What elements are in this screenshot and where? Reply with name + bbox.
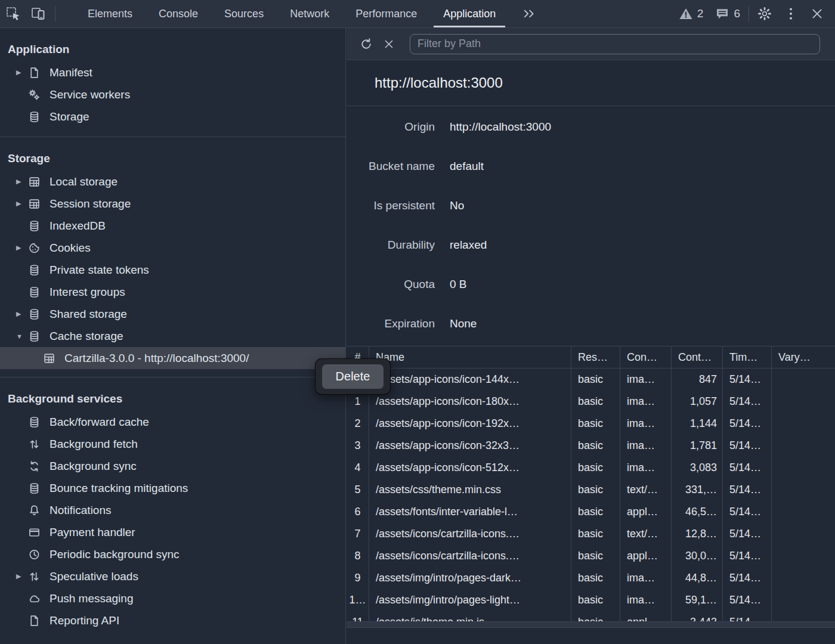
metadata-row: Is persistent No xyxy=(347,186,835,225)
section-storage: Storage ▶ Local storage ▶ Session storag… xyxy=(0,137,345,377)
cell-content-type: text/… xyxy=(620,523,672,545)
cell-response-type: basic xyxy=(571,479,620,501)
cookie-icon xyxy=(28,242,41,255)
tree-item-cache-cartzilla[interactable]: Cartzilla-3.0.0 - http://localhost:3000/ xyxy=(0,347,345,369)
column-header-name[interactable]: Name xyxy=(369,346,571,368)
tree-item-speculative-loads[interactable]: ▶ Speculative loads xyxy=(0,565,345,587)
more-tabs-button[interactable] xyxy=(509,0,549,27)
filter-by-path-input[interactable] xyxy=(410,34,820,54)
expander-collapsed-icon[interactable]: ▶ xyxy=(16,310,28,318)
database-icon xyxy=(28,308,41,321)
clear-filter-button[interactable] xyxy=(378,33,400,55)
table-icon xyxy=(28,197,41,210)
cell-index: 4 xyxy=(347,457,369,479)
cell-content-length: 3,083 xyxy=(672,457,723,479)
cell-index: 9 xyxy=(347,567,369,589)
cell-content-type: appl… xyxy=(620,545,672,567)
device-toolbar-button[interactable] xyxy=(26,0,52,27)
table-row[interactable]: 1 /assets/app-icons/icon-180x… basic ima… xyxy=(347,391,835,413)
cell-index: 8 xyxy=(347,545,369,567)
tree-item-notifications[interactable]: Notifications xyxy=(0,499,345,521)
metadata-label: Quota xyxy=(347,278,435,291)
tree-item-periodic-background-sync[interactable]: Periodic background sync xyxy=(0,543,345,565)
table-body: 0 /assets/app-icons/icon-144x… basic ima… xyxy=(347,369,835,621)
expander-collapsed-icon[interactable]: ▶ xyxy=(16,572,28,580)
tree-item-session-storage[interactable]: ▶ Session storage xyxy=(0,193,345,215)
tree-item-background-fetch[interactable]: Background fetch xyxy=(0,433,345,455)
cell-time-cached: 5/14… xyxy=(723,435,772,457)
tab-sources[interactable]: Sources xyxy=(211,0,277,27)
cell-response-type: basic xyxy=(571,391,620,413)
table-row[interactable]: 1… /assets/img/intro/pages-light… basic … xyxy=(347,589,835,611)
arrows-up-down-icon xyxy=(28,438,41,451)
tree-item-bounce-tracking-mitigations[interactable]: Bounce tracking mitigations xyxy=(0,477,345,499)
tab-console[interactable]: Console xyxy=(146,0,211,27)
tree-item-manifest[interactable]: ▶ Manifest xyxy=(0,61,345,83)
tree-item-label: Storage xyxy=(50,110,89,123)
tree-item-storage[interactable]: Storage xyxy=(0,106,345,128)
settings-button[interactable] xyxy=(752,0,778,27)
expander-collapsed-icon[interactable]: ▶ xyxy=(16,244,28,252)
expander-collapsed-icon[interactable]: ▶ xyxy=(16,69,28,76)
close-devtools-button[interactable] xyxy=(804,0,830,27)
tree-item-reporting-api[interactable]: Reporting API xyxy=(0,609,345,631)
table-row[interactable]: 0 /assets/app-icons/icon-144x… basic ima… xyxy=(347,369,835,391)
cell-response-type: basic xyxy=(571,589,620,611)
table-row[interactable]: 7 /assets/icons/cartzilla-icons.… basic … xyxy=(347,523,835,545)
close-icon xyxy=(810,7,824,21)
horizontal-scrollbar[interactable] xyxy=(347,621,835,628)
tree-item-service-workers[interactable]: Service workers xyxy=(0,83,345,106)
cell-vary xyxy=(772,435,835,457)
table-row[interactable]: 2 /assets/app-icons/icon-192x… basic ima… xyxy=(347,413,835,435)
tree-item-push-messaging[interactable]: Push messaging xyxy=(0,587,345,609)
cell-name: /assets/app-icons/icon-144x… xyxy=(369,369,571,391)
table-row[interactable]: 8 /assets/icons/cartzilla-icons.… basic … xyxy=(347,545,835,567)
cell-time-cached: 5/14… xyxy=(723,567,772,589)
cell-vary xyxy=(772,545,835,567)
warnings-badge[interactable]: 2 xyxy=(679,7,704,20)
tree-item-label: Bounce tracking mitigations xyxy=(50,482,188,495)
refresh-button[interactable] xyxy=(355,33,378,55)
more-options-button[interactable] xyxy=(778,0,804,27)
issues-badge[interactable]: 6 xyxy=(715,7,740,20)
expander-expanded-icon[interactable]: ▼ xyxy=(16,333,28,340)
table-row[interactable]: 9 /assets/img/intro/pages-dark… basic im… xyxy=(347,567,835,589)
tree-item-label: Shared storage xyxy=(50,308,127,321)
metadata-value: default xyxy=(450,160,484,173)
column-header-content-type[interactable]: Con… xyxy=(620,346,672,368)
tab-elements[interactable]: Elements xyxy=(75,0,146,27)
tree-item-cache-storage[interactable]: ▼ Cache storage xyxy=(0,325,345,347)
card-icon xyxy=(28,526,41,539)
context-menu-delete[interactable]: Delete xyxy=(322,364,384,389)
inspect-element-button[interactable] xyxy=(0,0,26,27)
issues-count: 6 xyxy=(734,7,740,20)
column-header-response-type[interactable]: Res… xyxy=(571,346,620,368)
tab-network[interactable]: Network xyxy=(277,0,342,27)
expander-collapsed-icon[interactable]: ▶ xyxy=(16,200,28,208)
cell-content-length: 46,5… xyxy=(672,501,723,523)
tree-item-private-state-tokens[interactable]: Private state tokens xyxy=(0,259,345,281)
tree-item-background-sync[interactable]: Background sync xyxy=(0,455,345,477)
column-header-time-cached[interactable]: Tim… xyxy=(723,346,772,368)
column-header-vary[interactable]: Vary… xyxy=(772,346,835,368)
table-row[interactable]: 4 /assets/app-icons/icon-512x… basic ima… xyxy=(347,457,835,479)
cell-content-length: 3,443 xyxy=(672,611,723,621)
column-header-content-length[interactable]: Cont… xyxy=(672,346,723,368)
devtools-tab-bar: Elements Console Sources Network Perform… xyxy=(0,0,835,28)
tree-item-cookies[interactable]: ▶ Cookies xyxy=(0,237,345,259)
tab-performance[interactable]: Performance xyxy=(342,0,430,27)
table-row[interactable]: 11 /assets/js/theme.min.js basic appl… 3… xyxy=(347,611,835,621)
tree-item-back-forward-cache[interactable]: Back/forward cache xyxy=(0,411,345,433)
tree-item-label: Manifest xyxy=(50,66,92,79)
tree-item-shared-storage[interactable]: ▶ Shared storage xyxy=(0,303,345,325)
table-row[interactable]: 3 /assets/app-icons/icon-32x3… basic ima… xyxy=(347,435,835,457)
expander-collapsed-icon[interactable]: ▶ xyxy=(16,178,28,185)
tree-item-indexeddb[interactable]: IndexedDB xyxy=(0,215,345,237)
tab-application[interactable]: Application xyxy=(430,0,509,27)
cell-name: /assets/app-icons/icon-180x… xyxy=(369,391,571,413)
table-row[interactable]: 5 /assets/css/theme.min.css basic text/…… xyxy=(347,479,835,501)
table-row[interactable]: 6 /assets/fonts/inter-variable-l… basic … xyxy=(347,501,835,523)
tree-item-interest-groups[interactable]: Interest groups xyxy=(0,281,345,303)
tree-item-payment-handler[interactable]: Payment handler xyxy=(0,521,345,543)
tree-item-local-storage[interactable]: ▶ Local storage xyxy=(0,171,345,193)
